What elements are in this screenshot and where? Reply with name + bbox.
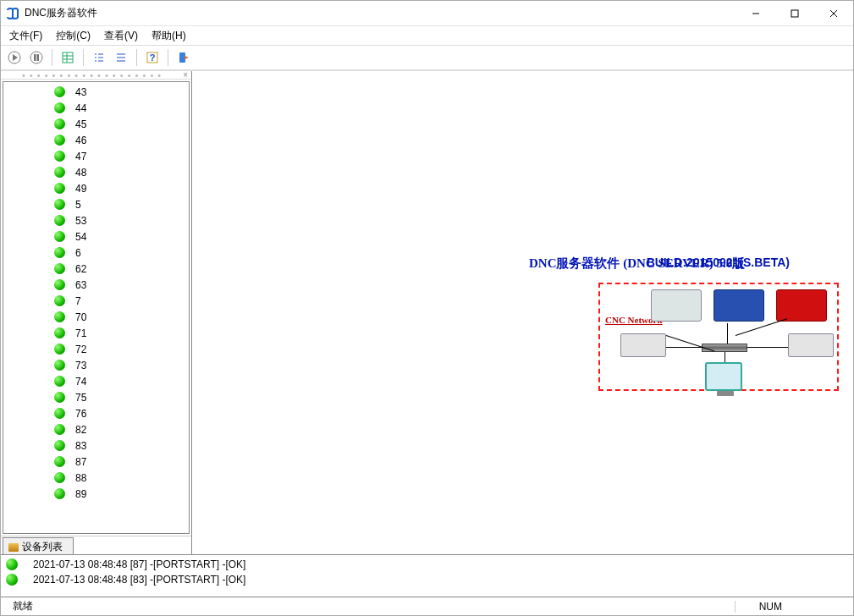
status-dot-icon [54,360,65,371]
device-label: 73 [75,360,86,371]
device-tree-item[interactable]: 70 [3,309,189,325]
help-icon-button[interactable]: ? [142,47,163,68]
device-label: 87 [75,456,86,468]
device-label: 72 [75,344,86,355]
device-tree-item[interactable]: 87 [3,454,189,470]
status-dot-icon [54,247,65,258]
device-tree-item[interactable]: 82 [3,421,189,437]
log-row: 2021-07-13 08:48:48 [83] -[PORTSTART] -[… [6,572,848,587]
status-dot-icon [54,295,65,306]
device-label: 75 [75,392,86,404]
device-label: 82 [75,424,86,436]
status-dot-icon [54,424,65,435]
device-tree-item[interactable]: 72 [3,341,189,357]
device-tree-item[interactable]: 89 [3,486,189,502]
grid-button[interactable] [58,47,78,68]
device-tree-item[interactable]: 47 [3,148,189,164]
menu-view[interactable]: 查看(V) [97,27,145,45]
splash-build: BUILD:20150921(S.BETA) [647,256,790,269]
svg-rect-9 [63,52,73,63]
device-label: 49 [75,183,86,195]
device-tree-item[interactable]: 83 [3,437,189,454]
svg-rect-1 [791,10,798,17]
device-tree-item[interactable]: 49 [3,180,189,196]
svg-rect-7 [34,54,36,61]
device-tree[interactable]: 4344454647484955354662637707172737475768… [3,81,190,534]
device-label: 48 [75,167,86,179]
status-dot-icon [54,376,65,387]
device-tree-item[interactable]: 71 [3,325,189,341]
device-label: 70 [75,311,86,323]
device-tree-item[interactable]: 74 [3,373,189,389]
device-tree-item[interactable]: 5 [3,196,189,212]
device-label: 89 [75,488,86,500]
status-dot-icon [54,199,65,210]
device-tree-item[interactable]: 6 [3,245,189,261]
status-num: NUM [735,601,806,613]
panel-grip[interactable]: • • • • • • • • • • • • • • • • • • • × [1,71,191,80]
log-text: 2021-07-13 08:48:48 [87] -[PORTSTART] -[… [33,558,245,570]
device-tree-item[interactable]: 44 [3,100,189,116]
intranet-label: Intranet [642,406,675,416]
device-tree-item[interactable]: 88 [3,470,189,486]
status-dot-icon [54,86,65,97]
status-dot-icon [54,118,65,129]
device-label: 47 [75,151,86,162]
device-tree-item[interactable]: 7 [3,293,189,309]
minimize-button[interactable] [736,1,775,26]
list-right-button[interactable] [111,47,131,68]
server-tower-icon [808,438,834,491]
menu-control[interactable]: 控制(C) [49,27,97,45]
menu-file[interactable]: 文件(F) [3,27,49,45]
device-tree-item[interactable]: 43 [3,84,189,100]
window-title: DNC服务器软件 [25,6,736,20]
play-button[interactable] [4,47,25,68]
device-tree-item[interactable]: 45 [3,116,189,132]
device-tree-item[interactable]: 48 [3,164,189,180]
statusbar: 就绪 NUM [1,597,853,615]
device-tree-item[interactable]: 63 [3,277,189,293]
status-dot-icon [54,488,65,499]
client-pc-icon [681,442,719,470]
switch-icon [702,344,747,352]
device-tree-item[interactable]: 53 [3,212,189,228]
device-label: 54 [75,231,86,243]
titlebar: DNC服务器软件 [1,1,853,26]
exit-button[interactable] [174,47,194,68]
panel-close-icon[interactable]: × [183,70,188,80]
device-tree-item[interactable]: 62 [3,261,189,277]
status-dot-icon [54,151,65,162]
list-left-button[interactable] [89,47,109,68]
sidebar-tabbar: 设备列表 [1,536,191,554]
status-dot-icon [54,263,65,274]
log-text: 2021-07-13 08:48:48 [83] -[PORTSTART] -[… [33,574,245,586]
status-ready: 就绪 [6,599,40,613]
toolbar-separator [83,49,84,66]
device-label: 63 [75,279,86,291]
maximize-button[interactable] [775,1,814,26]
menubar: 文件(F) 控制(C) 查看(V) 帮助(H) [1,26,853,45]
app-icon [6,7,19,20]
device-label: 45 [75,118,86,130]
close-button[interactable] [814,1,853,26]
device-tree-item[interactable]: 54 [3,228,189,245]
svg-rect-8 [37,54,40,61]
toolbar-separator [136,49,137,66]
status-dot-icon [54,327,65,338]
device-label: 6 [75,247,81,259]
svg-point-6 [30,52,42,63]
device-tree-item[interactable]: 73 [3,357,189,373]
toolbar: ? [1,45,853,70]
server-tower-icon [795,403,820,455]
device-tree-item[interactable]: 76 [3,405,189,421]
pause-button[interactable] [26,47,47,68]
status-dot-icon [54,135,65,146]
menu-help[interactable]: 帮助(H) [145,27,193,45]
server-tower-icon [824,403,849,455]
device-tree-item[interactable]: 75 [3,389,189,405]
tab-device-list[interactable]: 设备列表 [3,537,74,554]
svg-rect-24 [179,52,185,63]
device-tree-item[interactable]: 46 [3,132,189,148]
device-label: 44 [75,102,86,114]
sidebar-panel: • • • • • • • • • • • • • • • • • • • × … [1,71,192,554]
